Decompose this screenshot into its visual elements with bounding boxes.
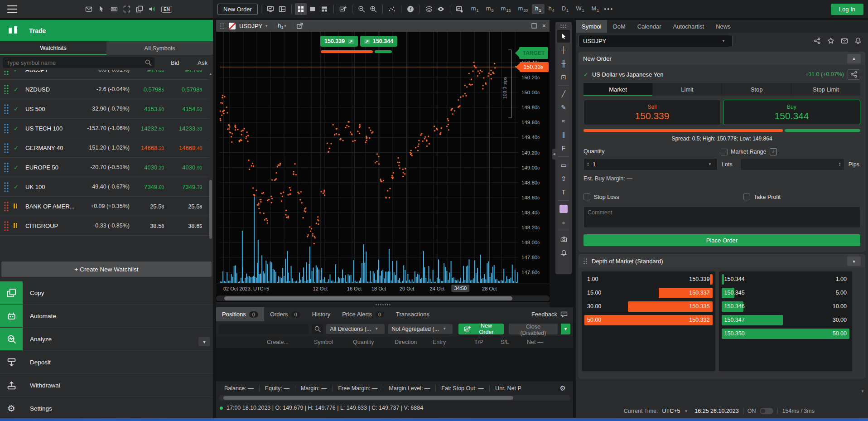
- sidebar-item-automate[interactable]: Automate: [0, 305, 213, 328]
- row-drag-handle[interactable]: [4, 162, 9, 172]
- channel-tool[interactable]: ∥: [557, 128, 570, 141]
- dom-bid-row[interactable]: 50.00150.332: [584, 315, 713, 325]
- quantity-dropdown-icon[interactable]: ▼: [708, 162, 712, 166]
- collapse-dom-card-icon[interactable]: ▲: [847, 256, 861, 266]
- ask-value[interactable]: 7349.70: [164, 184, 209, 190]
- bid-value[interactable]: 7349.60: [130, 184, 164, 190]
- chart-buy-button[interactable]: ↗150.344: [360, 36, 398, 47]
- visibility-icon[interactable]: [435, 3, 447, 15]
- timeframe-m5[interactable]: m5: [483, 4, 497, 14]
- chart-settings-icon[interactable]: [453, 3, 465, 15]
- close-position-button[interactable]: Close (Disabled): [509, 324, 558, 334]
- ask-value[interactable]: 0.57989: [164, 86, 209, 93]
- scrollbar-thumb[interactable]: [209, 180, 212, 239]
- info-icon[interactable]: i: [770, 148, 777, 155]
- bid-value[interactable]: 14232.50: [130, 125, 164, 132]
- watchlist-row[interactable]: ✓NZDUSD-2.6 (-0.04%)0.579850.57989: [0, 80, 209, 99]
- order-type-limit[interactable]: Limit: [653, 83, 722, 96]
- watchlist-row[interactable]: BANK OF AMER...+0.09 (+0.35%)25.5325.58: [0, 197, 209, 216]
- ask-value[interactable]: 25.58: [164, 203, 209, 210]
- comment-textarea[interactable]: [583, 206, 860, 228]
- cursor-tool[interactable]: [557, 30, 570, 43]
- timeframe-h4[interactable]: h4: [545, 4, 558, 14]
- row-drag-handle[interactable]: [4, 182, 9, 192]
- dom-ask-row[interactable]: 150.3455.00: [722, 288, 850, 298]
- ask-value[interactable]: 94.768: [164, 70, 209, 73]
- sidebar-item-analyze[interactable]: Analyze: [0, 328, 213, 351]
- dom-bid-row[interactable]: 15.00150.337: [584, 288, 713, 298]
- crosshair-tune-tool[interactable]: ╫: [557, 57, 570, 70]
- crosshair-tool[interactable]: ┼: [557, 44, 570, 56]
- workspace-layout-icon[interactable]: [276, 3, 288, 15]
- symbol-dropdown-icon[interactable]: ▼: [265, 24, 268, 28]
- chart-hscroll-thumb[interactable]: [224, 296, 512, 300]
- color-swatch[interactable]: [557, 203, 570, 215]
- bid-value[interactable]: 4030.20: [130, 164, 164, 171]
- quantity-input[interactable]: [589, 161, 708, 168]
- sell-box[interactable]: Sell 150.339: [583, 100, 721, 125]
- menu-hamburger-icon[interactable]: [7, 3, 17, 15]
- language-selector[interactable]: EN: [161, 6, 172, 13]
- tab-transactions[interactable]: Transactions: [390, 307, 435, 321]
- timeframe-D1[interactable]: D1: [559, 4, 572, 14]
- timezone-select[interactable]: UTC+5: [662, 408, 680, 414]
- collapse-menu-icon[interactable]: ▼: [198, 337, 210, 346]
- pencil-tool[interactable]: ✎: [557, 101, 570, 114]
- dom-ask-row[interactable]: 150.3441.00: [722, 274, 850, 285]
- trend-line-tool[interactable]: ╱: [557, 87, 570, 100]
- scroll-up-icon[interactable]: ▲: [209, 72, 212, 77]
- instrument-link-icon[interactable]: [848, 69, 860, 80]
- zoom-out-icon[interactable]: [356, 3, 367, 15]
- take-profit-checkbox[interactable]: [743, 194, 750, 200]
- one-click-toggle[interactable]: [760, 408, 773, 414]
- stop-loss-checkbox[interactable]: [583, 194, 590, 200]
- pips-spinner-icons[interactable]: ▲▼: [839, 162, 841, 167]
- indicators-icon[interactable]: f: [405, 3, 416, 15]
- dom-ask-row[interactable]: 150.34610.00: [722, 301, 850, 312]
- new-order-button[interactable]: New Order: [217, 4, 258, 15]
- positions-hscrollbar[interactable]: [219, 395, 570, 401]
- single-chart-icon[interactable]: [307, 3, 318, 15]
- search-icon[interactable]: [312, 324, 323, 334]
- watchlist-scrollbar[interactable]: ▲: [209, 72, 212, 257]
- chart-sell-button[interactable]: 150.339↗: [320, 36, 358, 47]
- place-order-button[interactable]: Place Order: [583, 234, 860, 246]
- chart-mode-icon[interactable]: [265, 3, 276, 15]
- dom-ask-row[interactable]: 150.35050.00: [722, 329, 850, 339]
- ask-value[interactable]: 4154.50: [164, 106, 209, 112]
- symbol-select[interactable]: USDJPY▼: [579, 35, 733, 47]
- symbol-search-input[interactable]: [3, 57, 142, 68]
- chart-hscrollbar[interactable]: [216, 295, 550, 301]
- aggregation-filter-select[interactable]: Not Aggregated (...▼: [388, 324, 453, 334]
- row-drag-handle[interactable]: [4, 70, 9, 75]
- buy-box[interactable]: Buy 150.344: [723, 100, 860, 125]
- row-drag-handle[interactable]: [4, 84, 9, 94]
- hotkeys-icon[interactable]: [111, 5, 118, 13]
- rectangle-tool[interactable]: ▭: [557, 159, 570, 171]
- symbol-alert-bell-icon[interactable]: [854, 37, 862, 44]
- add-chart-icon[interactable]: [337, 3, 349, 15]
- watchlist-row[interactable]: ✓US TECH 100-152.70 (-1.06%)14232.501423…: [0, 119, 209, 138]
- new-order-button-bottom[interactable]: New Order: [458, 324, 504, 334]
- order-type-market[interactable]: Market: [583, 83, 653, 96]
- row-drag-handle[interactable]: [4, 221, 9, 231]
- workspace-copy-icon[interactable]: [136, 5, 143, 13]
- close-options-dropdown[interactable]: ▼: [561, 324, 570, 334]
- watchlist-row[interactable]: ✓GERMANY 40-151.20 (-1.02%)14668.2014668…: [0, 138, 209, 158]
- bid-value[interactable]: 14668.20: [130, 145, 164, 151]
- watchlist-row[interactable]: ✓US 500-32.90 (-0.79%)4153.904154.50: [0, 99, 209, 119]
- timeframe-m15[interactable]: m15: [498, 4, 514, 14]
- multi-chart-grid-icon[interactable]: [295, 3, 307, 15]
- arrow-shape-tool[interactable]: ⇧: [557, 172, 570, 185]
- tab-positions[interactable]: Positions0: [216, 307, 264, 321]
- tab-symbol[interactable]: Symbol: [576, 20, 607, 33]
- ask-value[interactable]: 14668.40: [164, 145, 209, 151]
- ellipse-tool[interactable]: ●: [557, 216, 570, 229]
- create-watchlist-button[interactable]: + Create New Watchlist: [1, 261, 212, 277]
- tab-history[interactable]: History: [306, 307, 336, 321]
- fibonacci-tool[interactable]: F: [557, 142, 570, 155]
- order-type-stop[interactable]: Stop: [722, 83, 791, 96]
- objects-layers-icon[interactable]: [423, 3, 435, 15]
- login-button[interactable]: Log In: [831, 4, 863, 15]
- chart-drag-handle[interactable]: [220, 23, 225, 29]
